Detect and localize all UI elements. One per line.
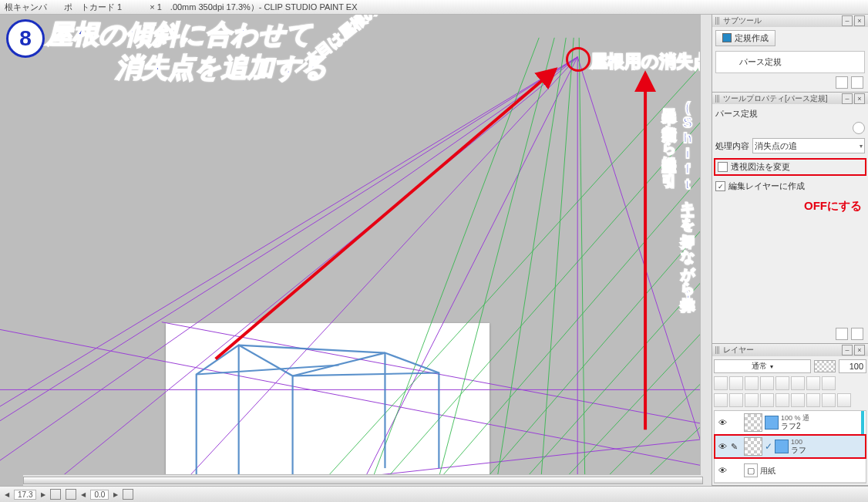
right-panel-column: サブツール – × 定規作成 パース定規 ツールプロパティ[パース <box>712 15 868 486</box>
layer-mask-icon[interactable] <box>806 376 820 390</box>
create-on-layer-label: 編集レイヤーに作成 <box>728 180 805 192</box>
layer-panel: レイヤー – × 通常 ▾ 100 <box>712 344 868 486</box>
svg-line-11 <box>0 322 712 476</box>
layer-row[interactable]: 👁 ▢ 用紙 <box>715 459 866 483</box>
canvas-area[interactable]: 8 屋根の傾斜に合わせて 消失点を追加する 屋根用の消失点 一本目は屋根の傾斜に… <box>0 15 712 486</box>
layer-color-icon[interactable] <box>791 376 805 390</box>
svg-line-12 <box>301 15 712 486</box>
create-on-layer-checkbox[interactable]: ✓ <box>715 181 725 191</box>
layer-mask2-icon[interactable] <box>791 393 805 407</box>
svg-line-22 <box>579 38 585 486</box>
process-label: 処理内容 <box>715 140 749 152</box>
svg-line-30 <box>216 70 555 359</box>
layer-lock-icon[interactable] <box>775 376 789 390</box>
pen-icon: ✎ <box>731 442 742 452</box>
panel-minimize-icon[interactable]: – <box>842 15 853 26</box>
svg-line-15 <box>462 168 712 486</box>
layer-toolbar-2 <box>712 392 868 409</box>
layer-mark-icon[interactable] <box>729 376 743 390</box>
layer-ruler-icon[interactable] <box>806 393 820 407</box>
ruler-swatch-icon <box>722 33 732 42</box>
step-badge: 8 <box>6 19 45 58</box>
app-title: 根キャンパ ポ トカード 1 × 1 .00mm 350dpi 17.3%）- … <box>5 2 358 13</box>
rotate-icon[interactable] <box>123 489 133 500</box>
layer-trash-icon[interactable] <box>837 393 851 407</box>
app-window: 根キャンパ ポ トカード 1 × 1 .00mm 350dpi 17.3%）- … <box>0 0 868 502</box>
ruler-icon <box>765 416 779 430</box>
svg-line-13 <box>362 61 712 486</box>
subtool-panel-title: サブツール <box>723 15 840 26</box>
new-layer-icon[interactable] <box>714 393 728 407</box>
svg-line-2 <box>0 57 577 486</box>
layer-panel-title: レイヤー <box>723 345 840 355</box>
svg-line-21 <box>539 38 574 486</box>
zoom-value[interactable]: 17.3 <box>14 490 36 500</box>
svg-line-1 <box>0 57 577 445</box>
layer-ref-icon[interactable] <box>745 376 759 390</box>
layer-dup-icon[interactable] <box>745 393 759 407</box>
blend-mode-select[interactable]: 通常 ▾ <box>714 359 811 373</box>
layer-thumb <box>744 413 762 432</box>
layer-combine-icon[interactable] <box>775 393 789 407</box>
layer-row[interactable]: 👁 ✎ ✓ 100ラフ <box>715 435 866 459</box>
trash-icon[interactable] <box>851 76 863 89</box>
note-icon[interactable] <box>836 76 848 89</box>
layer-flag-icon[interactable] <box>714 376 728 390</box>
off-annotation: OFFにする <box>714 194 866 217</box>
opacity-slider[interactable] <box>814 360 836 372</box>
titlebar: 根キャンパ ポ トカード 1 × 1 .00mm 350dpi 17.3%）- … <box>0 0 868 15</box>
layer-frame-icon[interactable] <box>822 393 836 407</box>
eye-icon[interactable]: 👁 <box>716 440 728 453</box>
panel-minimize-icon[interactable]: – <box>842 345 853 355</box>
paper-icon: ▢ <box>744 463 758 477</box>
angle-value[interactable]: 0.0 <box>90 490 109 500</box>
scrollbar-horizontal[interactable] <box>23 474 701 486</box>
wrench-icon[interactable] <box>851 328 863 340</box>
layer-draft-icon[interactable] <box>760 376 774 390</box>
change-perspective-checkbox[interactable] <box>718 162 728 172</box>
layer-panel-icon[interactable] <box>822 376 836 390</box>
grid-icon[interactable] <box>66 489 76 500</box>
panel-close-icon[interactable]: × <box>854 93 865 104</box>
layer-row[interactable]: 👁 100 % 通ラフ2 <box>715 411 866 435</box>
process-select[interactable]: 消失点の追▾ <box>752 138 865 153</box>
toolproperty-panel: ツールプロパティ[パース定規] – × パース定規 処理内容 消失点の追▾ <box>712 93 868 344</box>
change-perspective-label: 透視図法を変更 <box>731 161 790 173</box>
subtool-item[interactable]: パース定規 <box>715 51 865 73</box>
svg-line-20 <box>493 38 566 486</box>
magnify-icon[interactable] <box>853 122 865 134</box>
change-perspective-highlight: 透視図法を変更 <box>714 158 866 176</box>
layer-merge-icon[interactable] <box>760 393 774 407</box>
opacity-value[interactable]: 100 <box>839 359 866 373</box>
panel-close-icon[interactable]: × <box>854 15 865 26</box>
statusbar: ◀ 17.3 ▶ ◀ 0.0 ▶ <box>0 486 868 502</box>
toolproperty-title: ツールプロパティ[パース定規] <box>723 93 840 104</box>
toolproperty-heading: パース定規 <box>714 106 866 122</box>
scrollbar-vertical[interactable] <box>700 15 712 486</box>
vanishing-point-marker <box>566 47 590 72</box>
subtool-tab[interactable]: 定規作成 <box>715 30 775 46</box>
ruler-icon <box>775 440 789 453</box>
panel-close-icon[interactable]: × <box>854 345 865 355</box>
svg-line-27 <box>239 345 385 353</box>
layer-toolbar-1 <box>712 375 868 392</box>
svg-line-23 <box>431 38 554 486</box>
eye-icon[interactable]: 👁 <box>716 416 728 429</box>
reset-icon[interactable] <box>836 328 848 340</box>
canvas-overlay <box>0 15 712 486</box>
layer-thumb <box>744 437 762 456</box>
panel-minimize-icon[interactable]: – <box>842 93 853 104</box>
subtool-panel: サブツール – × 定規作成 パース定規 <box>712 15 868 93</box>
layer-list: 👁 100 % 通ラフ2 👁 ✎ ✓ <box>714 410 866 483</box>
eye-icon[interactable]: 👁 <box>716 464 728 477</box>
svg-line-5 <box>347 57 578 486</box>
fit-icon[interactable] <box>50 489 61 500</box>
new-folder-icon[interactable] <box>729 393 743 407</box>
